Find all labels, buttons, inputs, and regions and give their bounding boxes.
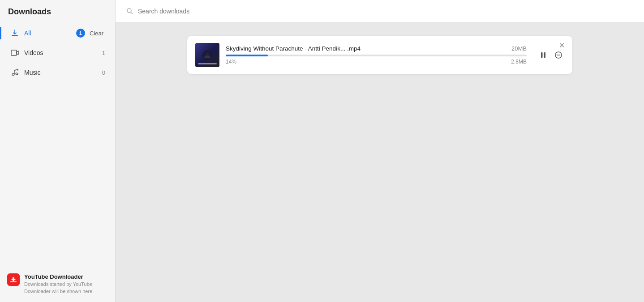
topbar	[116, 0, 644, 22]
download-thumbnail	[195, 43, 219, 67]
download-actions	[537, 49, 564, 61]
videos-count: 1	[102, 50, 105, 56]
sidebar-title: Downloads	[0, 0, 115, 21]
search-input[interactable]	[138, 8, 633, 15]
all-label: All	[24, 30, 76, 37]
svg-rect-10	[541, 52, 543, 58]
svg-rect-0	[12, 35, 18, 36]
svg-point-2	[12, 74, 14, 76]
search-icon	[126, 8, 133, 15]
close-button[interactable]: ✕	[557, 40, 567, 51]
music-label: Music	[24, 69, 100, 76]
sidebar-item-music[interactable]: Music 0	[4, 63, 112, 82]
music-icon	[10, 68, 20, 77]
download-info: Skydiving Without Parachute - Antti Pend…	[226, 45, 527, 65]
download-card: Skydiving Without Parachute - Antti Pend…	[187, 36, 572, 74]
youtube-downloader-icon	[7, 273, 20, 286]
svg-rect-5	[10, 281, 17, 282]
music-count: 0	[102, 69, 105, 76]
thumb-visual	[195, 43, 219, 67]
svg-point-3	[16, 73, 18, 75]
footer-title: YouTube Downloader	[24, 273, 108, 280]
download-title-row: Skydiving Without Parachute - Antti Pend…	[226, 45, 527, 52]
download-title: Skydiving Without Parachute - Antti Pend…	[226, 45, 361, 52]
download-bottom-row: 14% 2.8MB	[226, 59, 527, 65]
svg-line-7	[131, 12, 133, 14]
svg-rect-1	[11, 50, 17, 55]
footer-text: YouTube Downloader Downloads started by …	[24, 273, 108, 295]
svg-point-9	[206, 52, 209, 56]
sidebar-item-videos[interactable]: Videos 1	[4, 43, 112, 62]
videos-label: Videos	[24, 49, 100, 56]
sidebar: Downloads All 1 Clear Videos 1	[0, 0, 116, 302]
svg-line-4	[14, 70, 18, 71]
all-badge: 1	[76, 29, 85, 38]
pause-button[interactable]	[537, 49, 549, 61]
footer-description: Downloads started by YouTube Downloader …	[24, 281, 108, 295]
download-downloaded-size: 2.8MB	[511, 59, 527, 65]
sidebar-item-all[interactable]: All 1 Clear	[4, 24, 112, 43]
clear-button[interactable]: Clear	[88, 29, 105, 38]
download-icon	[10, 28, 20, 38]
sidebar-footer: YouTube Downloader Downloads started by …	[0, 266, 115, 302]
progress-bar-track	[226, 55, 527, 56]
progress-bar-fill	[226, 55, 268, 56]
download-total-size: 20MB	[511, 45, 527, 52]
download-percent: 14%	[226, 59, 236, 65]
sidebar-nav: All 1 Clear Videos 1	[0, 21, 115, 85]
main-panel: Skydiving Without Parachute - Antti Pend…	[116, 0, 644, 302]
svg-rect-11	[544, 52, 546, 58]
video-icon	[10, 48, 20, 58]
content-area: Skydiving Without Parachute - Antti Pend…	[116, 22, 644, 302]
cancel-button[interactable]	[553, 49, 564, 61]
